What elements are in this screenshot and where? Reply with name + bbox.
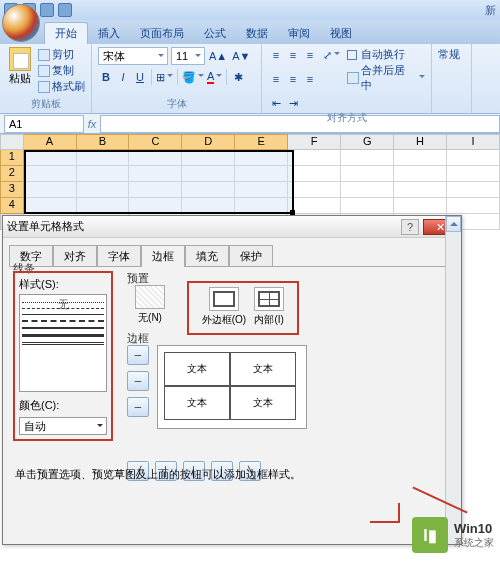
cell[interactable] [235,198,288,214]
cell[interactable] [77,198,130,214]
cell[interactable] [288,150,341,166]
qat-more-icon[interactable] [58,3,72,17]
cell[interactable] [288,166,341,182]
wrap-text-button[interactable]: 自动换行 [347,47,425,62]
tab-insert[interactable]: 插入 [88,23,130,44]
border-bottom-button[interactable]: ─ [127,397,149,417]
col-header[interactable]: D [182,134,235,150]
cell[interactable] [129,182,182,198]
line-style-list[interactable]: 无 [19,294,107,392]
cell[interactable] [77,182,130,198]
dlg-tab-fill[interactable]: 填充 [185,245,229,267]
cell[interactable] [182,166,235,182]
dlg-tab-border[interactable]: 边框 [141,245,185,267]
line-style-double[interactable] [22,342,104,345]
cell[interactable] [235,182,288,198]
border-button[interactable]: ⊞ [155,69,174,85]
row-header[interactable]: 3 [0,182,24,198]
tab-formulas[interactable]: 公式 [194,23,236,44]
cell[interactable] [77,150,130,166]
cell[interactable] [447,198,500,214]
cell[interactable] [341,182,394,198]
dialog-scrollbar[interactable] [445,216,461,544]
cell[interactable] [24,150,77,166]
line-style-thick[interactable] [22,327,104,329]
cell[interactable] [235,150,288,166]
cell[interactable] [394,198,447,214]
align-bottom-button[interactable]: ≡ [302,47,318,63]
align-left-button[interactable]: ≡ [268,71,284,87]
border-top-button[interactable]: ─ [127,345,149,365]
dialog-titlebar[interactable]: 设置单元格格式 ? ✕ [3,216,461,238]
decrease-indent-button[interactable]: ⇤ [268,95,284,111]
preset-none-button[interactable]: 无(N) [135,285,165,325]
cell[interactable] [235,166,288,182]
cell[interactable] [129,150,182,166]
line-style-dash-thick[interactable] [22,320,104,322]
col-header[interactable]: G [341,134,394,150]
cell[interactable] [447,150,500,166]
fx-icon[interactable]: fx [84,118,100,130]
align-right-button[interactable]: ≡ [302,71,318,87]
row-header[interactable]: 2 [0,166,24,182]
cell[interactable] [77,166,130,182]
col-header[interactable]: H [394,134,447,150]
shrink-font-button[interactable]: A▼ [231,48,251,64]
italic-button[interactable]: I [115,69,131,85]
cell[interactable] [447,182,500,198]
select-all-corner[interactable] [0,134,24,150]
cell[interactable] [182,182,235,198]
cell[interactable] [24,166,77,182]
fill-color-button[interactable]: 🪣 [181,69,205,85]
scroll-up-icon[interactable] [446,216,461,232]
copy-button[interactable]: 复制 [38,63,85,78]
underline-button[interactable]: U [132,69,148,85]
format-painter-button[interactable]: 格式刷 [38,79,85,94]
col-header[interactable]: E [235,134,288,150]
tab-layout[interactable]: 页面布局 [130,23,194,44]
cell[interactable] [288,182,341,198]
office-button[interactable] [2,4,40,42]
align-center-button[interactable]: ≡ [285,71,301,87]
name-box[interactable]: A1 [4,115,84,133]
cell[interactable] [129,198,182,214]
border-preview[interactable]: 文本 文本 文本 文本 [157,345,307,429]
align-middle-button[interactable]: ≡ [285,47,301,63]
row-header[interactable]: 1 [0,150,24,166]
cell[interactable] [447,166,500,182]
preset-outline-button[interactable]: 外边框(O) [202,287,246,329]
row-header[interactable]: 4 [0,198,24,214]
col-header[interactable]: I [447,134,500,150]
tab-view[interactable]: 视图 [320,23,362,44]
line-style-heavy[interactable] [22,334,104,337]
cell[interactable] [341,150,394,166]
col-header[interactable]: A [24,134,77,150]
cell[interactable] [129,166,182,182]
dlg-tab-font[interactable]: 字体 [97,245,141,267]
col-header[interactable]: B [77,134,130,150]
merge-center-button[interactable]: 合并后居中 [347,63,425,93]
paste-button[interactable]: 粘贴 [6,47,34,94]
number-format-value[interactable]: 常规 [438,47,465,62]
line-style-thin[interactable] [22,314,104,315]
border-hmid-button[interactable]: ─ [127,371,149,391]
cut-button[interactable]: 剪切 [38,47,85,62]
dlg-tab-alignment[interactable]: 对齐 [53,245,97,267]
orientation-button[interactable]: ⤢ [322,47,341,63]
tab-review[interactable]: 审阅 [278,23,320,44]
cell[interactable] [394,166,447,182]
tab-home[interactable]: 开始 [44,22,88,44]
cell[interactable] [341,166,394,182]
tab-data[interactable]: 数据 [236,23,278,44]
col-header[interactable]: C [129,134,182,150]
cell[interactable] [288,198,341,214]
bold-button[interactable]: B [98,69,114,85]
cell[interactable] [24,198,77,214]
redo-icon[interactable] [40,3,54,17]
font-size-select[interactable]: 11 [171,47,205,65]
cell[interactable] [182,150,235,166]
cell[interactable] [394,182,447,198]
font-name-select[interactable]: 宋体 [98,47,168,65]
preset-inside-button[interactable]: 内部(I) [254,287,284,329]
cell[interactable] [341,198,394,214]
